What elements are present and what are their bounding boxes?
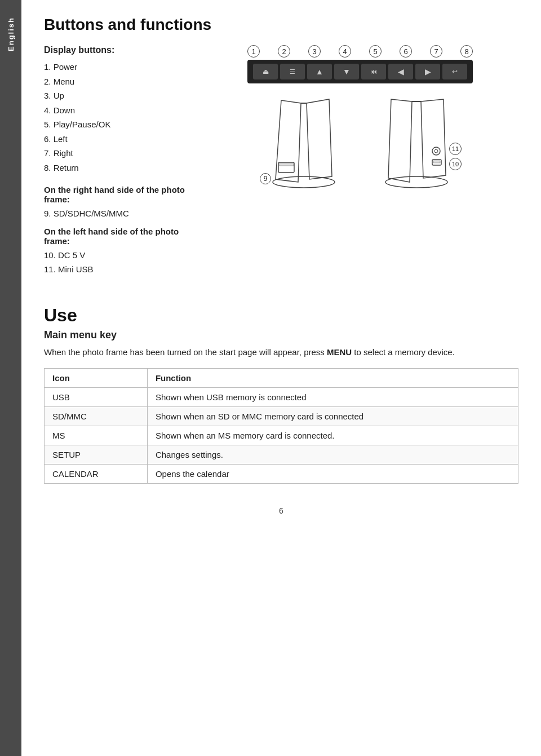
page-title: Buttons and functions (44, 16, 518, 34)
table-cell-function: Shown when an SD or MMC memory card is c… (147, 406, 518, 426)
button-strip-diagram: 1 2 3 4 5 6 7 8 ⏏ ☰ ▲ ▼ ⏮ ◀ ▶ (202, 45, 518, 83)
svg-point-4 (385, 176, 447, 188)
table-row: CALENDAR Opens the calendar (45, 464, 518, 483)
frame-diagram-left: 9 (259, 89, 349, 192)
use-title: Use (44, 305, 518, 326)
label-9: 9 (260, 173, 271, 184)
btn-num-5: 5 (360, 45, 391, 58)
side-item-11: 11. Mini USB (44, 262, 190, 277)
table-cell-function: Opens the calendar (147, 464, 518, 483)
svg-point-0 (273, 176, 335, 188)
svg-rect-3 (279, 163, 294, 166)
use-desc-text: When the photo frame has been turned on … (44, 347, 327, 357)
frame-svg-right (371, 89, 462, 191)
table-cell-icon: SD/MMC (45, 406, 148, 426)
list-item: 4. Down (44, 103, 190, 118)
display-buttons-title: Display buttons: (44, 45, 190, 55)
btn-icon-power: ⏏ (253, 64, 278, 79)
right-hand-section: On the right hand side of the photo fram… (44, 185, 190, 221)
use-desc-end: to select a memory device. (352, 347, 455, 357)
side-item-9: 9. SD/SDHC/MS/MMC (44, 206, 190, 221)
table-header-function: Function (147, 368, 518, 387)
list-item: 3. Up (44, 89, 190, 103)
table-cell-function: Changes settings. (147, 445, 518, 464)
table-body: USB Shown when USB memory is connected S… (45, 387, 518, 483)
right-hand-title: On the right hand side of the photo fram… (44, 185, 190, 204)
table-cell-function: Shown when an MS memory card is connecte… (147, 426, 518, 445)
btn-icon-down: ▼ (334, 64, 359, 79)
list-item: 6. Left (44, 132, 190, 147)
left-hand-section: On the left hand side of the photo frame… (44, 227, 190, 277)
label-10: 10 (449, 158, 462, 170)
table-cell-icon: USB (45, 387, 148, 406)
btn-icon-return: ↩ (442, 64, 467, 79)
list-item: 5. Play/Pause/OK (44, 117, 190, 132)
use-subtitle: Main menu key (44, 329, 518, 341)
btn-icon-menu: ☰ (280, 64, 305, 79)
table-row: SETUP Changes settings. (45, 445, 518, 464)
btn-num-2: 2 (269, 45, 299, 58)
main-content: Buttons and functions Display buttons: 1… (21, 0, 541, 538)
list-item: 8. Return (44, 161, 190, 175)
table-cell-icon: MS (45, 426, 148, 445)
left-hand-title: On the left hand side of the photo frame… (44, 227, 190, 246)
btn-num-8: 8 (451, 45, 482, 58)
list-item: 1. Power (44, 60, 190, 74)
button-list: 1. Power 2. Menu 3. Up 4. Down 5. Play/P… (44, 60, 190, 175)
table-row: MS Shown when an MS memory card is conne… (45, 426, 518, 445)
right-column: 1 2 3 4 5 6 7 8 ⏏ ☰ ▲ ▼ ⏮ ◀ ▶ (202, 45, 518, 282)
btn-icon-up: ▲ (307, 64, 332, 79)
svg-rect-9 (433, 161, 440, 163)
left-column: Display buttons: 1. Power 2. Menu 3. Up … (44, 45, 190, 282)
svg-point-6 (432, 147, 440, 155)
function-table: Icon Function USB Shown when USB memory … (44, 368, 518, 484)
table-header-icon: Icon (45, 368, 148, 387)
side-sections: On the right hand side of the photo fram… (44, 185, 190, 277)
table-cell-icon: SETUP (45, 445, 148, 464)
use-desc-bold: MENU (327, 347, 352, 357)
btn-num-7: 7 (421, 45, 451, 58)
label-11: 11 (449, 143, 462, 155)
sidebar: English (0, 0, 21, 756)
list-item: 7. Right (44, 146, 190, 161)
side-item-10: 10. DC 5 V (44, 248, 190, 263)
btn-num-1: 1 (238, 45, 269, 58)
use-section: Use Main menu key When the photo frame h… (44, 305, 518, 484)
sidebar-label: English (7, 17, 15, 51)
frame-diagram-right: 11 10 (371, 89, 462, 192)
use-description: When the photo frame has been turned on … (44, 346, 518, 359)
top-content-row: Display buttons: 1. Power 2. Menu 3. Up … (44, 45, 518, 282)
table-cell-function: Shown when USB memory is connected (147, 387, 518, 406)
svg-point-7 (434, 149, 438, 153)
btn-num-4: 4 (330, 45, 360, 58)
frame-svg-left (259, 89, 349, 191)
table-row: SD/MMC Shown when an SD or MMC memory ca… (45, 406, 518, 426)
btn-icon-play: ⏮ (361, 64, 386, 79)
table-header-row: Icon Function (45, 368, 518, 387)
table-cell-icon: CALENDAR (45, 464, 148, 483)
button-strip: ⏏ ☰ ▲ ▼ ⏮ ◀ ▶ ↩ (247, 60, 473, 83)
list-item: 2. Menu (44, 74, 190, 89)
btn-num-6: 6 (391, 45, 421, 58)
btn-icon-right: ▶ (415, 64, 440, 79)
table-row: USB Shown when USB memory is connected (45, 387, 518, 406)
page-number: 6 (44, 506, 518, 515)
btn-icon-left: ◀ (388, 64, 413, 79)
diagrams-row: 9 (202, 89, 518, 192)
button-numbers-row: 1 2 3 4 5 6 7 8 (238, 45, 482, 58)
btn-num-3: 3 (299, 45, 330, 58)
